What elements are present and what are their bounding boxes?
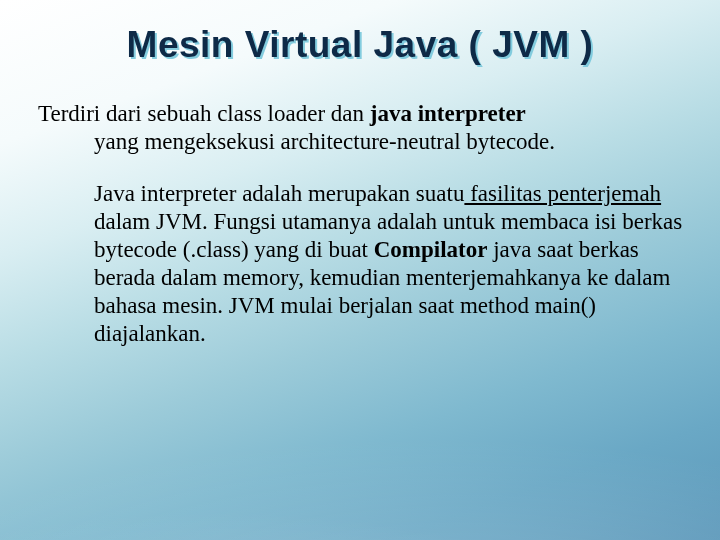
slide-title: Mesin Virtual Java ( JVM ): [36, 24, 684, 66]
slide-body: Terdiri dari sebuah class loader dan jav…: [36, 100, 684, 348]
para1-indent-text: yang mengeksekusi architecture-neutral b…: [38, 128, 684, 156]
paragraph-2: Java interpreter adalah merupakan suatu …: [38, 180, 684, 348]
para1-line1: Terdiri dari sebuah class loader dan jav…: [38, 100, 684, 128]
paragraph-1: Terdiri dari sebuah class loader dan jav…: [38, 100, 684, 156]
para2-text-a: Java interpreter adalah merupakan suatu: [94, 181, 464, 206]
para1-bold-text: java interpreter: [370, 101, 526, 126]
slide: Mesin Virtual Java ( JVM ) Terdiri dari …: [0, 0, 720, 540]
para2-bold: Compilator: [374, 237, 488, 262]
para2-underline: fasilitas penterjemah: [464, 181, 661, 206]
para1-lead-text: Terdiri dari sebuah class loader dan: [38, 101, 370, 126]
